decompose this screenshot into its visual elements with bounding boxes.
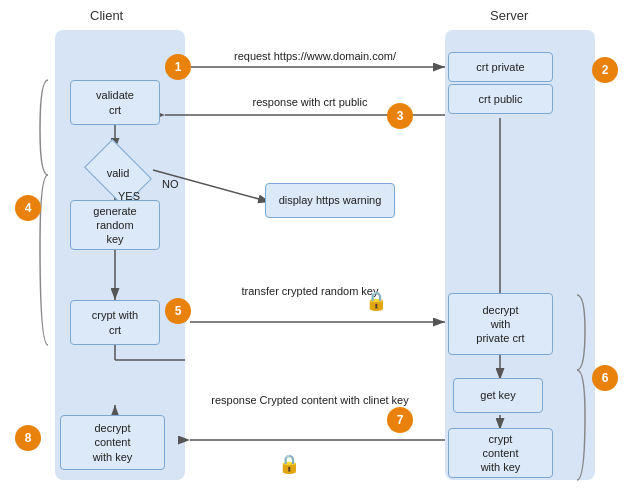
transfer-crypted-label: transfer crypted random key bbox=[195, 285, 425, 297]
display-https-warning-box: display https warning bbox=[265, 183, 395, 218]
crt-private-box: crt private bbox=[448, 52, 553, 82]
badge-5: 5 bbox=[165, 298, 191, 324]
decrypt-content-with-key-box: decryptcontentwith key bbox=[60, 415, 165, 470]
generate-random-key-box: generaterandomkey bbox=[70, 200, 160, 250]
badge-7: 7 bbox=[387, 407, 413, 433]
valid-diamond: valid bbox=[83, 148, 153, 198]
badge-2: 2 bbox=[592, 57, 618, 83]
validate-crt-box: validatecrt bbox=[70, 80, 160, 125]
lock-icon-1: 🔒 bbox=[365, 290, 387, 312]
diagram-container: Client Server bbox=[0, 0, 625, 500]
client-label: Client bbox=[90, 8, 123, 23]
crt-public-box: crt public bbox=[448, 84, 553, 114]
request-label: request https://www.domain.com/ bbox=[200, 50, 430, 62]
badge-8: 8 bbox=[15, 425, 41, 451]
crypt-with-crt-box: crypt withcrt bbox=[70, 300, 160, 345]
badge-4: 4 bbox=[15, 195, 41, 221]
crypt-content-with-key-box: cryptcontentwith key bbox=[448, 428, 553, 478]
response-crt-label: response with crt public bbox=[210, 96, 410, 108]
server-label: Server bbox=[490, 8, 528, 23]
badge-3: 3 bbox=[387, 103, 413, 129]
lock-icon-2: 🔒 bbox=[278, 453, 300, 475]
get-key-box: get key bbox=[453, 378, 543, 413]
badge-6: 6 bbox=[592, 365, 618, 391]
badge-1: 1 bbox=[165, 54, 191, 80]
response-crypted-label: response Crypted content with clinet key bbox=[190, 394, 430, 406]
decrypt-with-private-crt-box: decryptwithprivate crt bbox=[448, 293, 553, 355]
no-label: NO bbox=[162, 178, 179, 190]
